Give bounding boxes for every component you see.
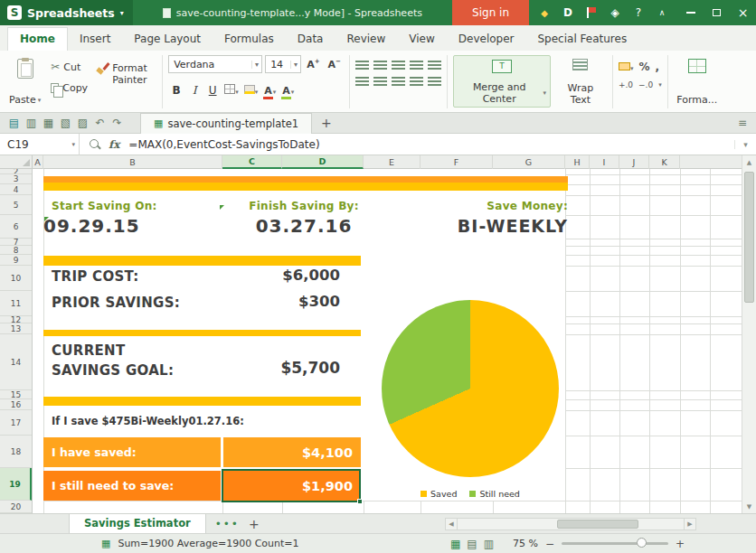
- font-name-select[interactable]: Verdana: [168, 55, 262, 73]
- row-header-16[interactable]: 16: [0, 399, 32, 410]
- more-sheets-icon[interactable]: •••: [215, 518, 240, 530]
- tab-special-features[interactable]: Special Features: [526, 28, 639, 51]
- saved-label-cell[interactable]: I have saved:: [43, 437, 221, 467]
- scroll-down-icon[interactable]: ▼: [742, 500, 756, 513]
- sheet-tab-savings-estimator[interactable]: Savings Estimator: [69, 514, 206, 534]
- toolbar-menu-icon[interactable]: ≡: [738, 117, 747, 129]
- search-icon[interactable]: [89, 138, 101, 151]
- scroll-right-icon[interactable]: ▶: [684, 518, 696, 530]
- minimize-button[interactable]: [677, 0, 704, 25]
- column-header-c[interactable]: C: [222, 155, 282, 169]
- format-painter-button[interactable]: Format Painter: [94, 55, 156, 88]
- merge-and-center-button[interactable]: Merge and Center: [453, 55, 551, 108]
- zoom-slider[interactable]: [562, 542, 668, 545]
- column-header-f[interactable]: F: [421, 155, 493, 169]
- font-size-select[interactable]: 14: [265, 55, 301, 73]
- align-top-icon[interactable]: [355, 61, 369, 70]
- fill-handle[interactable]: [357, 499, 363, 504]
- select-all-corner[interactable]: [0, 155, 33, 169]
- row-header-20[interactable]: 20: [0, 501, 32, 513]
- comma-format-button[interactable]: ,: [655, 61, 659, 73]
- docer-icon[interactable]: D: [558, 3, 578, 23]
- row-header-5[interactable]: 5: [0, 195, 32, 215]
- align-right-icon[interactable]: [392, 77, 405, 87]
- row-header-7[interactable]: 7: [0, 239, 32, 246]
- flag-icon[interactable]: [581, 3, 601, 23]
- column-header-e[interactable]: E: [364, 155, 421, 169]
- add-sheet-button[interactable]: +: [249, 517, 260, 531]
- help-icon[interactable]: ?: [628, 3, 648, 23]
- row-header-9[interactable]: 9: [0, 255, 32, 266]
- justify-icon[interactable]: [410, 77, 423, 87]
- column-header-k[interactable]: K: [649, 155, 680, 169]
- font-color-button[interactable]: A: [263, 84, 276, 97]
- tab-review[interactable]: Review: [335, 28, 397, 51]
- column-header-d[interactable]: D: [282, 155, 364, 169]
- collapse-ribbon-icon[interactable]: ∧: [652, 3, 672, 23]
- column-header-b[interactable]: B: [43, 155, 222, 169]
- tab-data[interactable]: Data: [286, 28, 335, 51]
- vertical-scroll-thumb[interactable]: [744, 172, 754, 303]
- paste-button[interactable]: Paste: [5, 55, 44, 108]
- print-preview-icon[interactable]: ▦: [40, 117, 57, 129]
- maximize-button[interactable]: [704, 0, 730, 25]
- column-header-i[interactable]: I: [590, 155, 619, 169]
- highlight-button[interactable]: A: [281, 84, 294, 97]
- align-bottom-icon[interactable]: [392, 61, 405, 70]
- copy-button[interactable]: Copy: [48, 80, 90, 96]
- close-button[interactable]: ×: [730, 0, 756, 25]
- decrease-decimal-button[interactable]: −.0: [638, 80, 653, 89]
- row-header-15[interactable]: 15: [0, 390, 32, 399]
- format-button[interactable]: Forma...: [674, 55, 721, 108]
- gift-icon[interactable]: ◈: [605, 3, 625, 23]
- tab-view[interactable]: View: [397, 28, 446, 51]
- formula-input[interactable]: =MAX(0,EventCost-SavingsToDate): [128, 138, 734, 151]
- undo-icon[interactable]: ↶: [91, 117, 109, 129]
- row-header-6[interactable]: 6: [0, 215, 32, 239]
- new-document-button[interactable]: +: [321, 116, 332, 130]
- row-header-17[interactable]: 17: [0, 410, 32, 436]
- export-pdf-icon[interactable]: ▧: [57, 117, 74, 129]
- row-header-13[interactable]: 13: [0, 323, 32, 334]
- italic-button[interactable]: I: [188, 84, 201, 97]
- save-icon[interactable]: ▤: [5, 117, 23, 129]
- row-header-8[interactable]: 8: [0, 246, 32, 255]
- page-layout-view-icon[interactable]: ▤: [467, 538, 477, 550]
- column-header-j[interactable]: J: [619, 155, 649, 169]
- row-header-4[interactable]: 4: [0, 184, 32, 195]
- row-header-3[interactable]: 3: [0, 174, 32, 184]
- fill-color-button[interactable]: [244, 84, 259, 97]
- sheet-canvas[interactable]: Start Saving On: Finish Saving By: Save …: [33, 169, 742, 513]
- tab-home[interactable]: Home: [7, 27, 68, 51]
- cell-name-box[interactable]: C19: [0, 134, 80, 155]
- zoom-in-button[interactable]: +: [675, 538, 685, 550]
- print-icon[interactable]: ▥: [23, 117, 40, 129]
- horizontal-scrollbar[interactable]: ◀ ▶: [445, 518, 696, 530]
- align-left-icon[interactable]: [355, 77, 369, 87]
- normal-view-icon[interactable]: ▦: [450, 538, 460, 550]
- need-value-cell[interactable]: $1,900: [223, 471, 361, 501]
- bold-button[interactable]: B: [170, 84, 183, 97]
- tab-developer[interactable]: Developer: [447, 28, 526, 51]
- row-header-12[interactable]: 12: [0, 316, 32, 323]
- promotion-icon[interactable]: ◆: [534, 3, 554, 23]
- row-header-19[interactable]: 19: [0, 468, 32, 501]
- percent-format-button[interactable]: %: [638, 61, 649, 73]
- saved-value-cell[interactable]: $4,100: [223, 437, 361, 467]
- redo-icon[interactable]: ↷: [109, 117, 126, 129]
- format-painter-small-icon[interactable]: ▨: [74, 117, 91, 129]
- sign-in-button[interactable]: Sign in: [452, 0, 529, 25]
- tab-insert[interactable]: Insert: [68, 28, 122, 51]
- tab-page-layout[interactable]: Page Layout: [122, 28, 213, 51]
- pie-chart[interactable]: [382, 300, 559, 477]
- row-header-18[interactable]: 18: [0, 436, 32, 468]
- tab-formulas[interactable]: Formulas: [213, 28, 286, 51]
- orientation-icon[interactable]: [410, 61, 423, 70]
- insert-function-button[interactable]: fx: [109, 138, 119, 151]
- cut-button[interactable]: ✂Cut: [48, 59, 90, 75]
- indent-decrease-icon[interactable]: [428, 61, 441, 70]
- row-header-11[interactable]: 11: [0, 291, 32, 316]
- align-center-icon[interactable]: [373, 77, 387, 87]
- increase-decimal-button[interactable]: +.0: [619, 80, 633, 89]
- decrease-font-button[interactable]: A−: [326, 57, 344, 71]
